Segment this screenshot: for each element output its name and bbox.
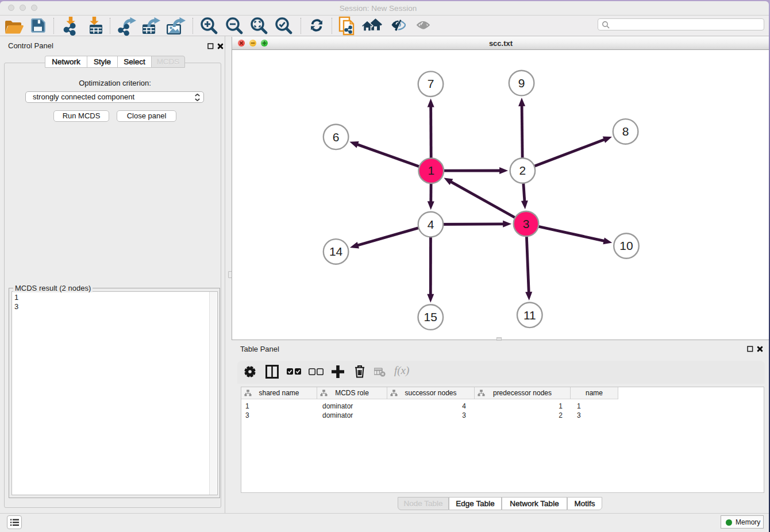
svg-text:6: 6: [333, 130, 340, 144]
svg-text:15: 15: [424, 310, 437, 323]
svg-text:11: 11: [523, 309, 536, 322]
svg-text:14: 14: [329, 245, 343, 258]
svg-text:9: 9: [518, 76, 525, 90]
svg-text:4: 4: [428, 218, 434, 231]
svg-text:7: 7: [428, 77, 434, 90]
svg-text:10: 10: [619, 239, 633, 252]
svg-text:8: 8: [622, 125, 629, 138]
svg-text:3: 3: [523, 217, 530, 230]
svg-text:2: 2: [519, 164, 526, 177]
svg-text:1: 1: [428, 164, 434, 177]
